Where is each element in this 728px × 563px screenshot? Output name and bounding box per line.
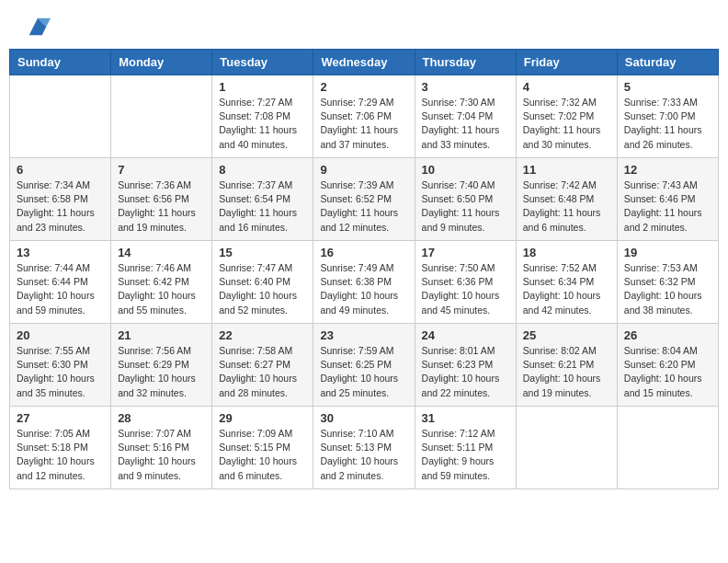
day-number: 29: [219, 411, 306, 425]
day-number: 11: [523, 163, 610, 177]
day-info: Sunrise: 7:37 AMSunset: 6:54 PMDaylight:…: [219, 178, 306, 235]
calendar-table: SundayMondayTuesdayWednesdayThursdayFrid…: [9, 49, 719, 489]
calendar-cell: 24Sunrise: 8:01 AMSunset: 6:23 PMDayligh…: [415, 324, 516, 407]
day-info: Sunrise: 7:09 AMSunset: 5:15 PMDaylight:…: [219, 427, 306, 483]
calendar-cell: 9Sunrise: 7:39 AMSunset: 6:52 PMDaylight…: [313, 158, 415, 241]
day-info: Sunrise: 7:46 AMSunset: 6:42 PMDaylight:…: [118, 261, 205, 317]
logo: [23, 18, 51, 40]
day-number: 26: [624, 328, 711, 342]
day-number: 7: [118, 163, 205, 177]
day-header-thursday: Thursday: [415, 50, 516, 75]
day-info: Sunrise: 7:34 AMSunset: 6:58 PMDaylight:…: [17, 178, 104, 235]
day-number: 25: [523, 328, 610, 342]
day-number: 10: [422, 163, 509, 177]
calendar-week-row: 13Sunrise: 7:44 AMSunset: 6:44 PMDayligh…: [10, 241, 719, 324]
calendar-cell: 8Sunrise: 7:37 AMSunset: 6:54 PMDaylight…: [212, 158, 313, 241]
day-info: Sunrise: 7:55 AMSunset: 6:30 PMDaylight:…: [17, 344, 104, 400]
calendar-cell: 29Sunrise: 7:09 AMSunset: 5:15 PMDayligh…: [212, 407, 313, 489]
calendar-week-row: 6Sunrise: 7:34 AMSunset: 6:58 PMDaylight…: [10, 158, 719, 241]
page-header: [9, 9, 719, 44]
day-header-saturday: Saturday: [617, 50, 718, 75]
day-info: Sunrise: 7:29 AMSunset: 7:06 PMDaylight:…: [320, 96, 407, 152]
day-number: 21: [118, 328, 205, 342]
calendar-cell: 15Sunrise: 7:47 AMSunset: 6:40 PMDayligh…: [212, 241, 313, 324]
calendar-cell: 4Sunrise: 7:32 AMSunset: 7:02 PMDaylight…: [516, 75, 617, 158]
day-info: Sunrise: 7:33 AMSunset: 7:00 PMDaylight:…: [624, 96, 711, 152]
day-number: 17: [422, 246, 509, 259]
day-info: Sunrise: 7:47 AMSunset: 6:40 PMDaylight:…: [219, 261, 306, 317]
calendar-cell: 11Sunrise: 7:42 AMSunset: 6:48 PMDayligh…: [516, 158, 617, 241]
day-info: Sunrise: 8:02 AMSunset: 6:21 PMDaylight:…: [523, 344, 610, 400]
day-header-tuesday: Tuesday: [212, 50, 313, 75]
day-number: 5: [624, 80, 711, 94]
day-info: Sunrise: 7:49 AMSunset: 6:38 PMDaylight:…: [320, 261, 407, 317]
calendar-cell: 6Sunrise: 7:34 AMSunset: 6:58 PMDaylight…: [10, 158, 111, 241]
day-header-monday: Monday: [111, 50, 212, 75]
day-info: Sunrise: 7:12 AMSunset: 5:11 PMDaylight:…: [422, 427, 509, 483]
day-number: 22: [219, 328, 306, 342]
calendar-week-row: 1Sunrise: 7:27 AMSunset: 7:08 PMDaylight…: [10, 75, 719, 158]
day-number: 8: [219, 163, 306, 177]
day-number: 24: [422, 328, 509, 342]
calendar-cell: 1Sunrise: 7:27 AMSunset: 7:08 PMDaylight…: [212, 75, 313, 158]
day-header-wednesday: Wednesday: [313, 50, 415, 75]
day-info: Sunrise: 7:52 AMSunset: 6:34 PMDaylight:…: [523, 261, 610, 317]
calendar-cell: 27Sunrise: 7:05 AMSunset: 5:18 PMDayligh…: [10, 407, 111, 489]
day-number: 15: [219, 246, 306, 259]
day-number: 23: [320, 328, 407, 342]
day-number: 19: [624, 246, 711, 259]
day-info: Sunrise: 7:50 AMSunset: 6:36 PMDaylight:…: [422, 261, 509, 317]
calendar-cell: 5Sunrise: 7:33 AMSunset: 7:00 PMDaylight…: [617, 75, 718, 158]
calendar-cell: 17Sunrise: 7:50 AMSunset: 6:36 PMDayligh…: [415, 241, 516, 324]
day-info: Sunrise: 7:07 AMSunset: 5:16 PMDaylight:…: [118, 427, 205, 483]
day-number: 6: [17, 163, 104, 177]
day-number: 30: [320, 411, 407, 425]
day-info: Sunrise: 7:56 AMSunset: 6:29 PMDaylight:…: [118, 344, 205, 400]
day-number: 1: [219, 80, 306, 94]
day-info: Sunrise: 7:10 AMSunset: 5:13 PMDaylight:…: [320, 427, 407, 483]
day-number: 27: [17, 411, 104, 425]
day-number: 13: [17, 246, 104, 259]
calendar-cell: 18Sunrise: 7:52 AMSunset: 6:34 PMDayligh…: [516, 241, 617, 324]
calendar-cell: 21Sunrise: 7:56 AMSunset: 6:29 PMDayligh…: [111, 324, 212, 407]
calendar-header-row: SundayMondayTuesdayWednesdayThursdayFrid…: [10, 50, 719, 75]
calendar-cell: [516, 407, 617, 489]
calendar-cell: [10, 75, 111, 158]
calendar-cell: 30Sunrise: 7:10 AMSunset: 5:13 PMDayligh…: [313, 407, 415, 489]
day-info: Sunrise: 8:04 AMSunset: 6:20 PMDaylight:…: [624, 344, 711, 400]
calendar-cell: 31Sunrise: 7:12 AMSunset: 5:11 PMDayligh…: [415, 407, 516, 489]
day-info: Sunrise: 7:42 AMSunset: 6:48 PMDaylight:…: [523, 178, 610, 235]
day-number: 18: [523, 246, 610, 259]
day-header-sunday: Sunday: [10, 50, 111, 75]
day-info: Sunrise: 7:44 AMSunset: 6:44 PMDaylight:…: [17, 261, 104, 317]
calendar-cell: 28Sunrise: 7:07 AMSunset: 5:16 PMDayligh…: [111, 407, 212, 489]
day-info: Sunrise: 7:39 AMSunset: 6:52 PMDaylight:…: [320, 178, 407, 235]
calendar-cell: 12Sunrise: 7:43 AMSunset: 6:46 PMDayligh…: [617, 158, 718, 241]
day-number: 14: [118, 246, 205, 259]
day-number: 12: [624, 163, 711, 177]
calendar-cell: 25Sunrise: 8:02 AMSunset: 6:21 PMDayligh…: [516, 324, 617, 407]
calendar-cell: [111, 75, 212, 158]
day-info: Sunrise: 7:59 AMSunset: 6:25 PMDaylight:…: [320, 344, 407, 400]
day-header-friday: Friday: [516, 50, 617, 75]
day-number: 2: [320, 80, 407, 94]
day-number: 4: [523, 80, 610, 94]
calendar-cell: 23Sunrise: 7:59 AMSunset: 6:25 PMDayligh…: [313, 324, 415, 407]
day-info: Sunrise: 7:43 AMSunset: 6:46 PMDaylight:…: [624, 178, 711, 235]
day-info: Sunrise: 7:40 AMSunset: 6:50 PMDaylight:…: [422, 178, 509, 235]
calendar-cell: 14Sunrise: 7:46 AMSunset: 6:42 PMDayligh…: [111, 241, 212, 324]
day-number: 20: [17, 328, 104, 342]
day-info: Sunrise: 7:27 AMSunset: 7:08 PMDaylight:…: [219, 96, 306, 152]
calendar-cell: 22Sunrise: 7:58 AMSunset: 6:27 PMDayligh…: [212, 324, 313, 407]
calendar-cell: 16Sunrise: 7:49 AMSunset: 6:38 PMDayligh…: [313, 241, 415, 324]
calendar-cell: 10Sunrise: 7:40 AMSunset: 6:50 PMDayligh…: [415, 158, 516, 241]
day-info: Sunrise: 7:32 AMSunset: 7:02 PMDaylight:…: [523, 96, 610, 152]
day-info: Sunrise: 8:01 AMSunset: 6:23 PMDaylight:…: [422, 344, 509, 400]
day-number: 9: [320, 163, 407, 177]
day-info: Sunrise: 7:58 AMSunset: 6:27 PMDaylight:…: [219, 344, 306, 400]
day-number: 31: [422, 411, 509, 425]
calendar-cell: 2Sunrise: 7:29 AMSunset: 7:06 PMDaylight…: [313, 75, 415, 158]
calendar-week-row: 27Sunrise: 7:05 AMSunset: 5:18 PMDayligh…: [10, 407, 719, 489]
calendar-cell: 19Sunrise: 7:53 AMSunset: 6:32 PMDayligh…: [617, 241, 718, 324]
calendar-cell: 3Sunrise: 7:30 AMSunset: 7:04 PMDaylight…: [415, 75, 516, 158]
